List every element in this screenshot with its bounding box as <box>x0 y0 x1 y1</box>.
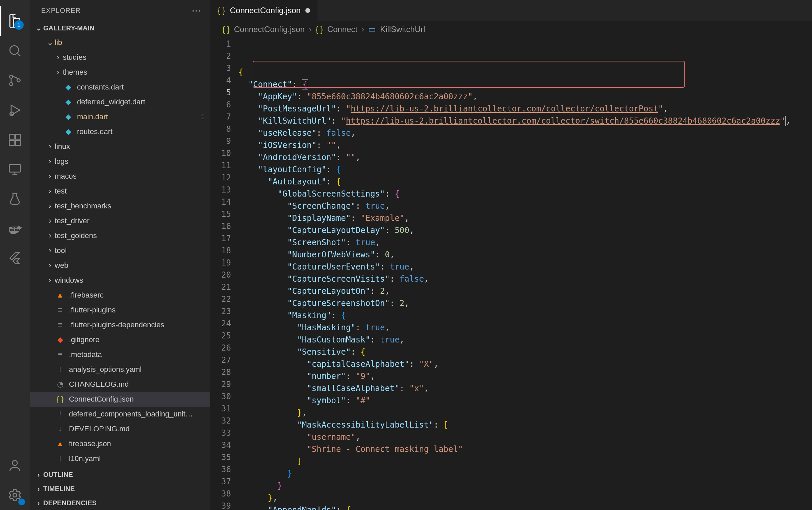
breadcrumbs[interactable]: { } ConnectConfig.json › { } Connect › ▭… <box>210 21 812 38</box>
file-tree: ⌄lib›studies›themes◆constants.dart◆defer… <box>30 35 210 467</box>
activity-testing[interactable] <box>0 184 30 214</box>
file-item[interactable]: ≡.metadata <box>30 347 210 362</box>
svg-rect-9 <box>9 164 21 172</box>
svg-point-11 <box>13 493 17 497</box>
file-item[interactable]: !l10n.yaml <box>30 451 210 466</box>
file-item[interactable]: ≡.flutter-plugins <box>30 303 210 317</box>
tree-item-label: .firebaserc <box>69 291 205 300</box>
timeline-section[interactable]: › TIMELINE <box>30 482 210 496</box>
activity-settings[interactable] <box>0 480 30 510</box>
tree-item-label: test_goldens <box>55 231 205 240</box>
file-item[interactable]: ◆.gitignore <box>30 332 210 347</box>
folder-item[interactable]: ›themes <box>30 65 210 80</box>
project-header[interactable]: ⌄ GALLERY-MAIN <box>30 21 210 35</box>
activity-accounts[interactable] <box>0 451 30 480</box>
folder-item[interactable]: ›windows <box>30 273 210 288</box>
file-item[interactable]: ◆main.dart1 <box>30 109 210 124</box>
tab-connectconfig[interactable]: { } ConnectConfig.json <box>210 0 318 21</box>
svg-rect-7 <box>16 141 21 146</box>
folder-item[interactable]: ›test_driver <box>30 213 210 228</box>
activity-source-control[interactable] <box>0 66 30 95</box>
editor-body[interactable]: 1234567891011121314151617181920212223242… <box>210 38 812 510</box>
activity-bar: 1 <box>0 0 30 510</box>
code-content[interactable]: { "Connect": { "AppKey": "855e660c38824b… <box>238 38 812 510</box>
file-item[interactable]: !analysis_options.yaml <box>30 362 210 377</box>
json-icon: { } <box>218 6 225 15</box>
chevron-right-icon: › <box>34 485 43 493</box>
breadcrumb-key[interactable]: Connect <box>327 25 357 34</box>
activity-search[interactable] <box>0 36 30 66</box>
tree-item-label: test_driver <box>55 216 205 225</box>
breadcrumb-file[interactable]: ConnectConfig.json <box>234 25 305 34</box>
tree-item-label: deferred_widget.dart <box>77 98 205 106</box>
folder-item[interactable]: ›test <box>30 184 210 199</box>
activity-remote[interactable] <box>0 155 30 184</box>
settings-badge-icon <box>18 499 25 505</box>
file-item[interactable]: ▲firebase.json <box>30 436 210 451</box>
folder-item[interactable]: ›tool <box>30 243 210 258</box>
file-item[interactable]: ◆routes.dart <box>30 124 210 139</box>
tree-item-label: windows <box>55 276 205 285</box>
tree-item-label: .gitignore <box>69 335 205 344</box>
file-item[interactable]: ◔CHANGELOG.md <box>30 377 210 392</box>
file-item[interactable]: ◆deferred_widget.dart <box>30 95 210 109</box>
chevron-right-icon: › <box>45 187 55 196</box>
file-item[interactable]: { }ConnectConfig.json <box>30 392 210 407</box>
explorer-badge: 1 <box>14 20 24 30</box>
tree-item-label: ConnectConfig.json <box>69 395 205 404</box>
activity-run-debug[interactable] <box>0 95 30 125</box>
tree-item-label: .flutter-plugins-dependencies <box>69 321 205 329</box>
sidebar-more-icon[interactable]: ⋯ <box>192 5 201 16</box>
sidebar-title: EXPLORER <box>41 7 81 15</box>
outline-label: OUTLINE <box>43 471 73 479</box>
file-item[interactable]: ↓DEVELOPING.md <box>30 422 210 436</box>
tree-item-label: studies <box>63 53 205 62</box>
string-icon: ▭ <box>368 25 376 34</box>
tree-item-label: web <box>55 261 205 270</box>
tree-item-label: lib <box>55 38 202 47</box>
folder-item[interactable]: ›macos <box>30 169 210 184</box>
tree-item-label: themes <box>63 68 205 77</box>
activity-explorer[interactable]: 1 <box>0 6 30 36</box>
explorer-sidebar: EXPLORER ⋯ ⌄ GALLERY-MAIN ⌄lib›studies›t… <box>30 0 210 510</box>
activity-docker[interactable] <box>0 214 30 244</box>
outline-section[interactable]: › OUTLINE <box>30 467 210 482</box>
tree-item-label: main.dart <box>77 112 198 121</box>
folder-item[interactable]: ›logs <box>30 154 210 169</box>
tree-item-label: firebase.json <box>69 439 205 448</box>
activity-extensions[interactable] <box>0 125 30 155</box>
timeline-label: TIMELINE <box>43 485 75 493</box>
file-item[interactable]: !deferred_components_loading_unit… <box>30 407 210 422</box>
svg-point-10 <box>12 460 18 465</box>
tree-item-label: l10n.yaml <box>69 454 205 463</box>
file-item[interactable]: ▲.firebaserc <box>30 288 210 303</box>
chevron-right-icon: › <box>53 68 63 77</box>
tree-item-label: tool <box>55 246 205 255</box>
tab-filename: ConnectConfig.json <box>230 6 301 15</box>
svg-point-1 <box>9 75 12 78</box>
activity-flutter[interactable] <box>0 244 30 274</box>
chevron-down-icon: ⌄ <box>45 38 55 47</box>
tree-item-label: analysis_options.yaml <box>69 365 205 374</box>
folder-item[interactable]: ›linux <box>30 139 210 154</box>
dirty-indicator-icon <box>305 8 310 13</box>
chevron-right-icon: › <box>45 157 55 166</box>
tree-item-label: test <box>55 187 205 196</box>
tree-item-label: macos <box>55 172 205 181</box>
folder-item[interactable]: ›studies <box>30 50 210 65</box>
json-icon: { } <box>222 25 230 34</box>
dependencies-section[interactable]: › DEPENDENCIES <box>30 496 210 510</box>
tree-item-label: constants.dart <box>77 83 205 92</box>
folder-item[interactable]: ›test_benchmarks <box>30 199 210 213</box>
breadcrumb-leaf[interactable]: KillSwitchUrl <box>380 25 425 34</box>
tree-item-label: logs <box>55 157 205 166</box>
file-item[interactable]: ◆constants.dart <box>30 80 210 95</box>
folder-item[interactable]: ›web <box>30 258 210 273</box>
file-item[interactable]: ≡.flutter-plugins-dependencies <box>30 317 210 332</box>
folder-item[interactable]: ⌄lib <box>30 35 210 50</box>
svg-rect-5 <box>9 134 15 139</box>
tree-item-label: deferred_components_loading_unit… <box>69 410 205 418</box>
chevron-right-icon: › <box>45 261 55 270</box>
folder-item[interactable]: ›test_goldens <box>30 228 210 243</box>
svg-point-3 <box>17 79 20 82</box>
